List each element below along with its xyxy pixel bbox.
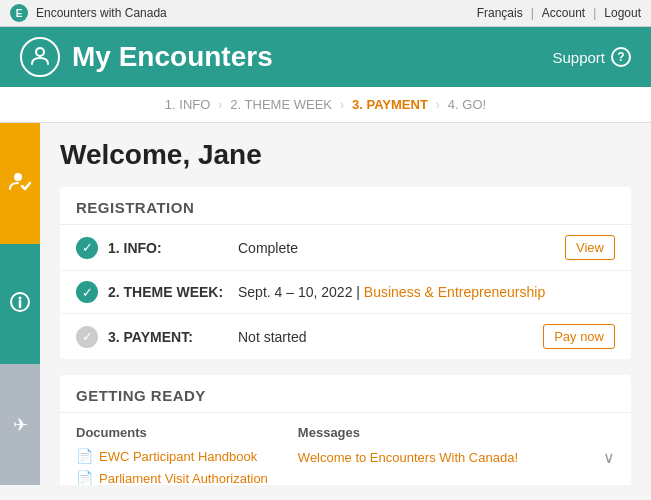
doc-label-parliament: Parliament Visit Authorization bbox=[99, 471, 268, 486]
step-arrow-2: › bbox=[340, 98, 344, 112]
doc-link-parliament[interactable]: 📄 Parliament Visit Authorization bbox=[76, 470, 268, 485]
theme-row-status: Sept. 4 – 10, 2022 | Business & Entrepre… bbox=[238, 284, 615, 300]
theme-check-icon: ✓ bbox=[76, 281, 98, 303]
getting-ready-card: GETTING READY Documents 📄 EWC Participan… bbox=[60, 375, 631, 485]
message-chevron-icon: ∨ bbox=[603, 448, 615, 467]
doc-icon-handbook: 📄 bbox=[76, 448, 93, 464]
payment-row-status: Not started bbox=[238, 329, 533, 345]
pay-now-button[interactable]: Pay now bbox=[543, 324, 615, 349]
messages-section: Messages Welcome to Encounters With Cana… bbox=[298, 425, 615, 485]
registration-row-info: ✓ 1. INFO: Complete View bbox=[60, 225, 631, 271]
app-title: My Encounters bbox=[72, 41, 273, 73]
account-link[interactable]: Account bbox=[542, 6, 585, 20]
registration-row-theme: ✓ 2. THEME WEEK: Sept. 4 – 10, 2022 | Bu… bbox=[60, 271, 631, 314]
theme-row-label: 2. THEME WEEK: bbox=[108, 284, 228, 300]
documents-section-title: Documents bbox=[76, 425, 268, 440]
step-arrow-1: › bbox=[218, 98, 222, 112]
sidebar-section-registration[interactable] bbox=[0, 123, 40, 244]
info-view-button[interactable]: View bbox=[565, 235, 615, 260]
theme-week-link[interactable]: Business & Entrepreneurship bbox=[364, 284, 545, 300]
payment-row-label: 3. PAYMENT: bbox=[108, 329, 228, 345]
registration-card: REGISTRATION ✓ 1. INFO: Complete View ✓ … bbox=[60, 187, 631, 359]
steps-progress-bar: 1. INFO › 2. THEME WEEK › 3. PAYMENT › 4… bbox=[0, 87, 651, 123]
getting-ready-body: Documents 📄 EWC Participant Handbook 📄 P… bbox=[60, 413, 631, 485]
logout-link[interactable]: Logout bbox=[604, 6, 641, 20]
info-check-icon: ✓ bbox=[76, 237, 98, 259]
site-logo-small: E bbox=[10, 4, 28, 22]
getting-ready-title: GETTING READY bbox=[60, 375, 631, 413]
step-1[interactable]: 1. INFO bbox=[165, 97, 211, 112]
header-logo-icon bbox=[29, 44, 51, 71]
step-3[interactable]: 3. PAYMENT bbox=[352, 97, 428, 112]
site-name-label: Encounters with Canada bbox=[36, 6, 167, 20]
plane-icon: ✈ bbox=[13, 414, 28, 436]
support-button[interactable]: Support ? bbox=[552, 47, 631, 67]
svg-point-1 bbox=[14, 173, 22, 181]
doc-label-handbook: EWC Participant Handbook bbox=[99, 449, 257, 464]
documents-section: Documents 📄 EWC Participant Handbook 📄 P… bbox=[76, 425, 268, 485]
sidebar: ✈ bbox=[0, 123, 40, 485]
welcome-heading: Welcome, Jane bbox=[60, 139, 631, 171]
step-2[interactable]: 2. THEME WEEK bbox=[230, 97, 332, 112]
sidebar-section-info[interactable] bbox=[0, 244, 40, 365]
step-4[interactable]: 4. GO! bbox=[448, 97, 486, 112]
app-header: My Encounters Support ? bbox=[0, 27, 651, 87]
content-area: Welcome, Jane REGISTRATION ✓ 1. INFO: Co… bbox=[40, 123, 651, 485]
info-row-status: Complete bbox=[238, 240, 555, 256]
francais-link[interactable]: Français bbox=[477, 6, 523, 20]
messages-section-title: Messages bbox=[298, 425, 615, 440]
support-help-icon: ? bbox=[611, 47, 631, 67]
registration-section-title: REGISTRATION bbox=[60, 187, 631, 225]
header-logo bbox=[20, 37, 60, 77]
registration-row-payment: ✓ 3. PAYMENT: Not started Pay now bbox=[60, 314, 631, 359]
sidebar-section-travel[interactable]: ✈ bbox=[0, 364, 40, 485]
payment-check-icon: ✓ bbox=[76, 326, 98, 348]
person-check-icon bbox=[9, 170, 31, 197]
message-label-welcome: Welcome to Encounters With Canada! bbox=[298, 450, 518, 465]
info-row-label: 1. INFO: bbox=[108, 240, 228, 256]
info-icon bbox=[10, 292, 30, 317]
step-arrow-3: › bbox=[436, 98, 440, 112]
support-label: Support bbox=[552, 49, 605, 66]
message-item-welcome[interactable]: Welcome to Encounters With Canada! ∨ bbox=[298, 448, 615, 467]
doc-icon-parliament: 📄 bbox=[76, 470, 93, 485]
svg-point-0 bbox=[36, 48, 44, 56]
browser-bar: E Encounters with Canada Français | Acco… bbox=[0, 0, 651, 27]
main-layout: ✈ Welcome, Jane REGISTRATION ✓ 1. INFO: … bbox=[0, 123, 651, 485]
doc-link-handbook[interactable]: 📄 EWC Participant Handbook bbox=[76, 448, 268, 464]
browser-nav: Français | Account | Logout bbox=[477, 6, 641, 20]
svg-point-4 bbox=[19, 296, 22, 299]
